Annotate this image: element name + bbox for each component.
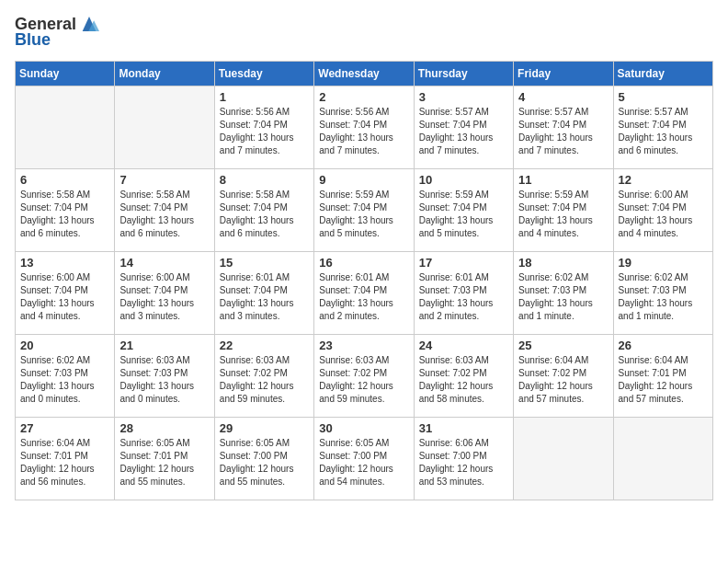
day-info: Sunrise: 6:01 AM Sunset: 7:03 PM Dayligh… — [419, 271, 508, 323]
day-number: 21 — [119, 339, 209, 352]
calendar-table: SundayMondayTuesdayWednesdayThursdayFrid… — [15, 61, 713, 500]
day-number: 27 — [20, 421, 109, 435]
calendar-cell: 20Sunrise: 6:02 AM Sunset: 7:03 PM Dayli… — [16, 335, 115, 418]
day-number: 17 — [419, 256, 508, 270]
day-number: 8 — [220, 173, 309, 187]
calendar-week-3: 13Sunrise: 6:00 AM Sunset: 7:04 PM Dayli… — [16, 252, 713, 335]
day-header-sunday: Sunday — [16, 62, 115, 86]
calendar-cell: 16Sunrise: 6:01 AM Sunset: 7:04 PM Dayli… — [314, 252, 414, 335]
calendar-week-4: 20Sunrise: 6:02 AM Sunset: 7:03 PM Dayli… — [16, 335, 713, 418]
calendar-cell: 27Sunrise: 6:04 AM Sunset: 7:01 PM Dayli… — [16, 418, 115, 500]
day-number: 7 — [119, 173, 209, 187]
day-info: Sunrise: 6:06 AM Sunset: 7:00 PM Dayligh… — [419, 437, 508, 488]
calendar-cell: 15Sunrise: 6:01 AM Sunset: 7:04 PM Dayli… — [214, 252, 313, 335]
day-info: Sunrise: 6:04 AM Sunset: 7:02 PM Dayligh… — [518, 354, 608, 406]
day-info: Sunrise: 6:02 AM Sunset: 7:03 PM Dayligh… — [518, 271, 608, 323]
calendar-cell: 7Sunrise: 5:58 AM Sunset: 7:04 PM Daylig… — [115, 169, 214, 252]
calendar-cell: 5Sunrise: 5:57 AM Sunset: 7:04 PM Daylig… — [613, 86, 712, 169]
day-header-wednesday: Wednesday — [314, 62, 414, 86]
day-number: 26 — [619, 339, 708, 352]
day-number: 20 — [20, 339, 109, 352]
calendar-cell: 14Sunrise: 6:00 AM Sunset: 7:04 PM Dayli… — [115, 252, 214, 335]
day-info: Sunrise: 6:05 AM Sunset: 7:01 PM Dayligh… — [119, 437, 209, 488]
calendar-cell: 23Sunrise: 6:03 AM Sunset: 7:02 PM Dayli… — [314, 335, 414, 418]
day-info: Sunrise: 5:57 AM Sunset: 7:04 PM Dayligh… — [419, 106, 508, 157]
day-info: Sunrise: 5:58 AM Sunset: 7:04 PM Dayligh… — [20, 189, 109, 240]
day-number: 19 — [619, 256, 708, 270]
day-number: 18 — [518, 256, 608, 270]
calendar-cell: 24Sunrise: 6:03 AM Sunset: 7:02 PM Dayli… — [414, 335, 513, 418]
calendar-cell: 2Sunrise: 5:56 AM Sunset: 7:04 PM Daylig… — [314, 86, 414, 169]
calendar-cell: 28Sunrise: 6:05 AM Sunset: 7:01 PM Dayli… — [115, 418, 214, 500]
day-number: 9 — [319, 173, 408, 187]
day-number: 22 — [220, 339, 309, 352]
calendar-cell: 18Sunrise: 6:02 AM Sunset: 7:03 PM Dayli… — [514, 252, 613, 335]
calendar-week-2: 6Sunrise: 5:58 AM Sunset: 7:04 PM Daylig… — [16, 169, 713, 252]
calendar-cell: 22Sunrise: 6:03 AM Sunset: 7:02 PM Dayli… — [214, 335, 313, 418]
day-info: Sunrise: 6:03 AM Sunset: 7:03 PM Dayligh… — [119, 354, 209, 406]
day-number: 2 — [319, 90, 408, 104]
day-header-friday: Friday — [514, 62, 613, 86]
day-header-tuesday: Tuesday — [214, 62, 313, 86]
day-number: 31 — [419, 421, 508, 435]
day-number: 25 — [518, 339, 608, 352]
calendar-week-5: 27Sunrise: 6:04 AM Sunset: 7:01 PM Dayli… — [16, 418, 713, 500]
day-info: Sunrise: 6:05 AM Sunset: 7:00 PM Dayligh… — [220, 437, 309, 488]
calendar-cell: 8Sunrise: 5:58 AM Sunset: 7:04 PM Daylig… — [214, 169, 313, 252]
day-info: Sunrise: 5:58 AM Sunset: 7:04 PM Dayligh… — [220, 189, 309, 240]
calendar-cell: 26Sunrise: 6:04 AM Sunset: 7:01 PM Dayli… — [613, 335, 712, 418]
day-number: 6 — [20, 173, 109, 187]
day-number: 3 — [419, 90, 508, 104]
calendar-cell: 4Sunrise: 5:57 AM Sunset: 7:04 PM Daylig… — [514, 86, 613, 169]
day-number: 5 — [619, 90, 708, 104]
logo-blue-text: Blue — [15, 30, 51, 50]
calendar-cell: 11Sunrise: 5:59 AM Sunset: 7:04 PM Dayli… — [514, 169, 613, 252]
calendar-cell: 21Sunrise: 6:03 AM Sunset: 7:03 PM Dayli… — [115, 335, 214, 418]
day-info: Sunrise: 5:58 AM Sunset: 7:04 PM Dayligh… — [119, 189, 209, 240]
calendar-body: 1Sunrise: 5:56 AM Sunset: 7:04 PM Daylig… — [16, 86, 713, 500]
day-info: Sunrise: 6:03 AM Sunset: 7:02 PM Dayligh… — [419, 354, 508, 406]
calendar-cell — [613, 418, 712, 500]
day-number: 14 — [119, 256, 209, 270]
day-info: Sunrise: 6:03 AM Sunset: 7:02 PM Dayligh… — [220, 354, 309, 406]
calendar-cell: 30Sunrise: 6:05 AM Sunset: 7:00 PM Dayli… — [314, 418, 414, 500]
day-number: 30 — [319, 421, 408, 435]
calendar-cell: 31Sunrise: 6:06 AM Sunset: 7:00 PM Dayli… — [414, 418, 513, 500]
day-info: Sunrise: 5:56 AM Sunset: 7:04 PM Dayligh… — [220, 106, 309, 157]
logo-icon — [79, 14, 99, 34]
day-header-monday: Monday — [115, 62, 214, 86]
day-info: Sunrise: 6:00 AM Sunset: 7:04 PM Dayligh… — [119, 271, 209, 323]
day-number: 24 — [419, 339, 508, 352]
day-info: Sunrise: 6:04 AM Sunset: 7:01 PM Dayligh… — [20, 437, 109, 488]
calendar-cell: 29Sunrise: 6:05 AM Sunset: 7:00 PM Dayli… — [214, 418, 313, 500]
day-info: Sunrise: 6:03 AM Sunset: 7:02 PM Dayligh… — [319, 354, 408, 406]
day-info: Sunrise: 6:05 AM Sunset: 7:00 PM Dayligh… — [319, 437, 408, 488]
day-number: 16 — [319, 256, 408, 270]
calendar-cell: 17Sunrise: 6:01 AM Sunset: 7:03 PM Dayli… — [414, 252, 513, 335]
day-info: Sunrise: 5:59 AM Sunset: 7:04 PM Dayligh… — [319, 189, 408, 240]
day-info: Sunrise: 6:01 AM Sunset: 7:04 PM Dayligh… — [220, 271, 309, 323]
day-info: Sunrise: 6:01 AM Sunset: 7:04 PM Dayligh… — [319, 271, 408, 323]
calendar-cell: 9Sunrise: 5:59 AM Sunset: 7:04 PM Daylig… — [314, 169, 414, 252]
day-info: Sunrise: 5:56 AM Sunset: 7:04 PM Dayligh… — [319, 106, 408, 157]
day-number: 29 — [220, 421, 309, 435]
day-info: Sunrise: 6:00 AM Sunset: 7:04 PM Dayligh… — [20, 271, 109, 323]
day-info: Sunrise: 5:59 AM Sunset: 7:04 PM Dayligh… — [518, 189, 608, 240]
day-number: 23 — [319, 339, 408, 352]
calendar-cell: 25Sunrise: 6:04 AM Sunset: 7:02 PM Dayli… — [514, 335, 613, 418]
day-info: Sunrise: 5:57 AM Sunset: 7:04 PM Dayligh… — [518, 106, 608, 157]
calendar-cell: 6Sunrise: 5:58 AM Sunset: 7:04 PM Daylig… — [16, 169, 115, 252]
day-info: Sunrise: 5:57 AM Sunset: 7:04 PM Dayligh… — [619, 106, 708, 157]
calendar-cell: 1Sunrise: 5:56 AM Sunset: 7:04 PM Daylig… — [214, 86, 313, 169]
day-info: Sunrise: 6:00 AM Sunset: 7:04 PM Dayligh… — [619, 189, 708, 240]
calendar-header-row: SundayMondayTuesdayWednesdayThursdayFrid… — [16, 62, 713, 86]
logo: General Blue — [15, 15, 99, 50]
day-number: 1 — [220, 90, 309, 104]
day-info: Sunrise: 6:04 AM Sunset: 7:01 PM Dayligh… — [619, 354, 708, 406]
day-info: Sunrise: 6:02 AM Sunset: 7:03 PM Dayligh… — [619, 271, 708, 323]
calendar-cell — [514, 418, 613, 500]
page-header: General Blue — [15, 15, 713, 50]
day-number: 15 — [220, 256, 309, 270]
day-number: 12 — [619, 173, 708, 187]
calendar-cell: 19Sunrise: 6:02 AM Sunset: 7:03 PM Dayli… — [613, 252, 712, 335]
